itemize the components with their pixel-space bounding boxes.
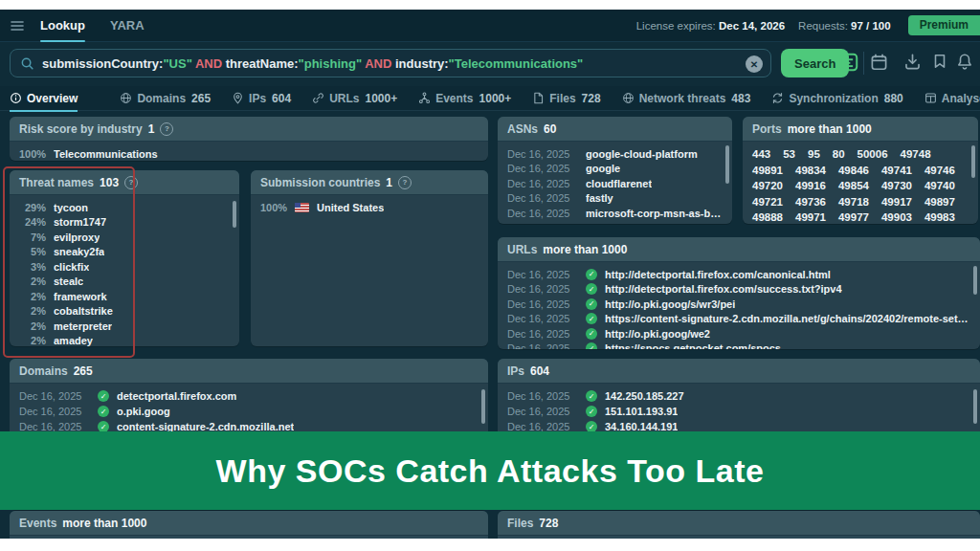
check-icon: [586, 328, 597, 340]
help-icon[interactable]: [398, 176, 412, 189]
scrollbar-thumb[interactable]: [481, 389, 485, 424]
port-value[interactable]: 53: [783, 148, 795, 160]
port-value[interactable]: 49748: [901, 148, 931, 160]
list-item[interactable]: Dec 16, 2025 google-cloud-platform: [507, 146, 723, 162]
port-value[interactable]: 49983: [924, 211, 955, 223]
tab-analyses[interactable]: Analyses809: [924, 86, 980, 111]
port-value[interactable]: 49971: [795, 211, 826, 223]
list-item[interactable]: 5% sneaky2fa: [19, 245, 230, 260]
port-value[interactable]: 49740: [924, 180, 955, 191]
bookmark-icon[interactable]: [931, 53, 948, 70]
list-item[interactable]: Dec 16, 2025 142.250.185.227: [507, 388, 970, 404]
calendar-icon[interactable]: [870, 53, 888, 71]
port-value[interactable]: 49834: [795, 165, 826, 176]
port-value[interactable]: 49736: [795, 196, 826, 208]
tab-network-threats[interactable]: Network threats483: [622, 86, 751, 111]
domain-value: o.pki.goog: [117, 406, 170, 417]
list-item[interactable]: 2% cobaltstrike: [19, 304, 230, 320]
list-item[interactable]: 2% framework: [19, 289, 230, 304]
clear-query-icon[interactable]: [746, 55, 763, 73]
list-item[interactable]: Dec 16, 2025 fastly: [507, 191, 723, 207]
scrollbar-thumb[interactable]: [973, 389, 977, 424]
scrollbar-thumb[interactable]: [725, 145, 729, 184]
port-value[interactable]: 49903: [881, 211, 912, 223]
location-pin-icon: [232, 92, 244, 104]
tab-domains[interactable]: Domains265: [120, 86, 211, 111]
list-item[interactable]: Dec 16, 2025 http://detectportal.firefox…: [507, 267, 970, 282]
port-value[interactable]: 49718: [838, 196, 869, 208]
list-item[interactable]: 100% Telecommunications: [19, 146, 479, 161]
tab-urls[interactable]: URLs1000+: [312, 86, 397, 111]
tab-overview[interactable]: Overview: [10, 86, 78, 111]
threat-name: sneaky2fa: [54, 246, 104, 257]
port-value[interactable]: 49916: [795, 180, 826, 191]
top-white-strip: [0, 0, 980, 10]
list-item[interactable]: Dec 16, 2025 google: [507, 162, 723, 177]
search-input[interactable]: submissionCountry:"US" AND threatName:"p…: [10, 49, 771, 77]
port-value[interactable]: 49888: [752, 211, 783, 223]
tab-ips[interactable]: IPs604: [232, 86, 291, 111]
nav-item-lookup[interactable]: Lookup: [40, 10, 85, 42]
asn-name: google: [586, 163, 620, 174]
list-item[interactable]: 2% amadey: [19, 334, 230, 347]
port-value[interactable]: 49891: [752, 165, 783, 176]
panel-header: Submission countries 1: [251, 170, 488, 195]
port-value[interactable]: 80: [833, 148, 845, 160]
scrollbar-thumb[interactable]: [973, 266, 977, 295]
scrollbar-thumb[interactable]: [233, 201, 236, 228]
help-icon[interactable]: [124, 176, 138, 189]
scrollbar-thumb[interactable]: [971, 145, 975, 178]
list-item[interactable]: Dec 16, 2025 cloudflarenet: [507, 176, 723, 191]
nav-item-yara[interactable]: YARA: [110, 10, 145, 42]
panel-title: Events: [19, 517, 56, 530]
list-item[interactable]: Dec 16, 2025 detectportal.firefox.com: [19, 388, 479, 404]
port-value[interactable]: 49741: [881, 165, 912, 176]
list-item[interactable]: Dec 16, 2025 http://o.pki.goog/s/wr3/pei: [507, 297, 970, 312]
list-item[interactable]: 2% meterpreter: [19, 319, 230, 334]
port-value[interactable]: 49854: [838, 180, 869, 191]
port-value[interactable]: 49897: [924, 196, 955, 208]
port-value[interactable]: 49846: [838, 165, 869, 176]
panel-header: Files 728: [498, 511, 980, 536]
hamburger-menu-icon[interactable]: [10, 18, 25, 33]
list-item[interactable]: Dec 16, 2025 http://detectportal.firefox…: [507, 282, 970, 298]
list-item[interactable]: Dec 16, 2025 microsoft-corp-msn-as-block: [507, 206, 723, 221]
port-value[interactable]: 49917: [881, 196, 912, 208]
port-value[interactable]: 49730: [881, 180, 912, 191]
check-icon: [586, 269, 597, 280]
help-icon[interactable]: [160, 122, 173, 136]
list-item[interactable]: Dec 16, 2025 akamai-as: [507, 221, 723, 225]
check-icon: [586, 390, 597, 402]
download-icon[interactable]: [903, 53, 922, 71]
panel-count: 103: [100, 176, 119, 189]
list-item[interactable]: 100% United States: [260, 200, 479, 215]
list-item[interactable]: 3% clickfix: [19, 259, 230, 275]
list-item[interactable]: 7% evilproxy: [19, 230, 230, 245]
panel-count: more than 1000: [788, 122, 872, 136]
list-item[interactable]: Dec 16, 2025 o.pki.goog: [19, 404, 479, 419]
list-item[interactable]: Dec 16, 2025 https://spocs.getpocket.com…: [507, 342, 970, 350]
tab-events[interactable]: Events1000+: [418, 86, 511, 111]
list-item[interactable]: Dec 16, 2025 151.101.193.91: [507, 404, 970, 419]
port-value[interactable]: 443: [752, 148, 770, 160]
query-field: industry:: [395, 56, 449, 71]
bell-icon[interactable]: [956, 53, 973, 70]
premium-badge: Premium: [908, 15, 980, 35]
list-item[interactable]: Dec 16, 2025 https://content-signature-2…: [507, 312, 970, 327]
port-value[interactable]: 95: [808, 148, 820, 160]
tab-synchronization[interactable]: Synchronization880: [771, 86, 902, 111]
tab-files[interactable]: Files728: [532, 86, 600, 111]
panel-header: URLs more than 1000: [498, 237, 980, 262]
port-value[interactable]: 50006: [858, 148, 888, 160]
list-item[interactable]: 24% storm1747: [19, 215, 230, 231]
saved-queries-icon[interactable]: [838, 52, 859, 73]
panel-ports: Ports more than 1000 4435395805000649748…: [743, 117, 978, 224]
port-value[interactable]: 49746: [924, 165, 955, 176]
port-value[interactable]: 49721: [752, 196, 783, 208]
list-item[interactable]: 2% stealc: [19, 275, 230, 290]
port-value[interactable]: 49720: [752, 180, 783, 191]
list-item[interactable]: Dec 16, 2025 http://o.pki.goog/we2: [507, 326, 970, 342]
list-item[interactable]: 29% tycoon: [19, 200, 230, 215]
port-value[interactable]: 49977: [838, 211, 869, 223]
row-date: Dec 16, 2025: [507, 406, 578, 417]
